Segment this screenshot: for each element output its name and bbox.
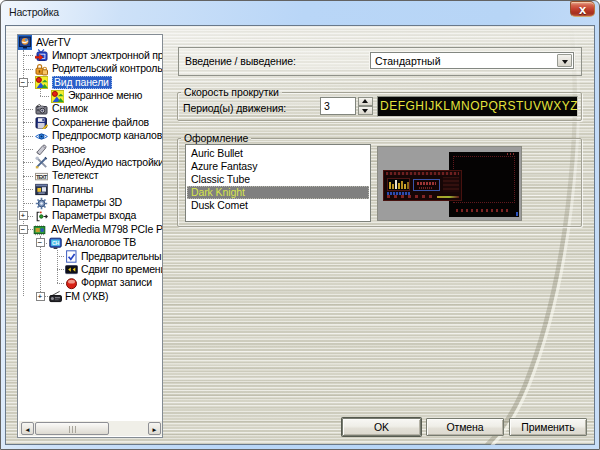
svg-text:TEXT: TEXT bbox=[36, 173, 48, 179]
svg-text:CH: CH bbox=[52, 239, 60, 245]
